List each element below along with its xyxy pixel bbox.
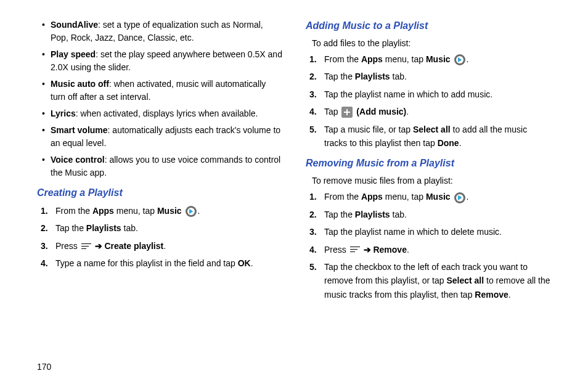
heading-adding-music: Adding Music to a Playlist	[306, 18, 551, 33]
step-4: 4.Tap (Add music).	[324, 105, 551, 118]
bullet-musicautooff: Music auto off: when activated, music wi…	[37, 78, 282, 104]
heading-removing-music: Removing Music from a Playlist	[306, 156, 551, 171]
step-1: 1.From the Apps menu, tap Music .	[55, 204, 282, 218]
plus-icon	[341, 107, 353, 118]
bullet-lyrics: Lyrics: when activated, displays lyrics …	[37, 107, 282, 120]
right-column: Adding Music to a Playlist To add files …	[306, 18, 551, 305]
removing-steps: 1.From the Apps menu, tap Music . 2.Tap …	[306, 190, 551, 301]
step-2: 2.Tap the Playlists tab.	[55, 221, 282, 235]
step-5: 5.Tap a music file, or tap Select all to…	[324, 123, 551, 150]
menu-icon	[350, 247, 360, 253]
heading-creating-playlist: Creating a Playlist	[37, 186, 282, 200]
step-2: 2.Tap the Playlists tab.	[324, 70, 551, 83]
bullet-soundalive: SoundAlive: set a type of equalization s…	[37, 18, 282, 44]
bullet-smartvolume: Smart volume: automatically adjusts each…	[37, 124, 282, 150]
bullet-playspeed: Play speed: set the play speed anywhere …	[37, 48, 282, 74]
music-icon	[454, 192, 465, 203]
adding-steps: 1.From the Apps menu, tap Music . 2.Tap …	[306, 52, 551, 150]
intro-removing: To remove music files from a playlist:	[312, 174, 551, 187]
bullet-voicecontrol: Voice control: allows you to use voice c…	[37, 153, 282, 179]
intro-adding: To add files to the playlist:	[312, 37, 551, 50]
page-columns: SoundAlive: set a type of equalization s…	[37, 18, 551, 305]
step-3: 3.Tap the playlist name in which to add …	[324, 88, 551, 101]
step-1: 1.From the Apps menu, tap Music .	[324, 190, 551, 203]
step-4: 4.Press ➔ Remove.	[324, 243, 551, 256]
step-3: 3.Tap the playlist name in which to dele…	[324, 225, 551, 239]
arrow-icon: ➔	[364, 245, 371, 255]
step-5: 5.Tap the checkbox to the left of each t…	[324, 260, 551, 301]
step-4: 4.Type a name for this playlist in the f…	[55, 256, 282, 270]
step-2: 2.Tap the Playlists tab.	[324, 208, 551, 221]
music-icon	[454, 54, 465, 65]
page-number: 170	[37, 361, 51, 374]
step-1: 1.From the Apps menu, tap Music .	[324, 52, 551, 66]
step-3: 3.Press ➔ Create playlist.	[55, 239, 282, 253]
settings-bullet-list: SoundAlive: set a type of equalization s…	[37, 18, 282, 179]
left-column: SoundAlive: set a type of equalization s…	[37, 18, 282, 305]
arrow-icon: ➔	[95, 241, 102, 251]
menu-icon	[81, 243, 91, 250]
music-icon	[186, 206, 197, 217]
creating-steps: 1.From the Apps menu, tap Music . 2.Tap …	[37, 204, 282, 271]
